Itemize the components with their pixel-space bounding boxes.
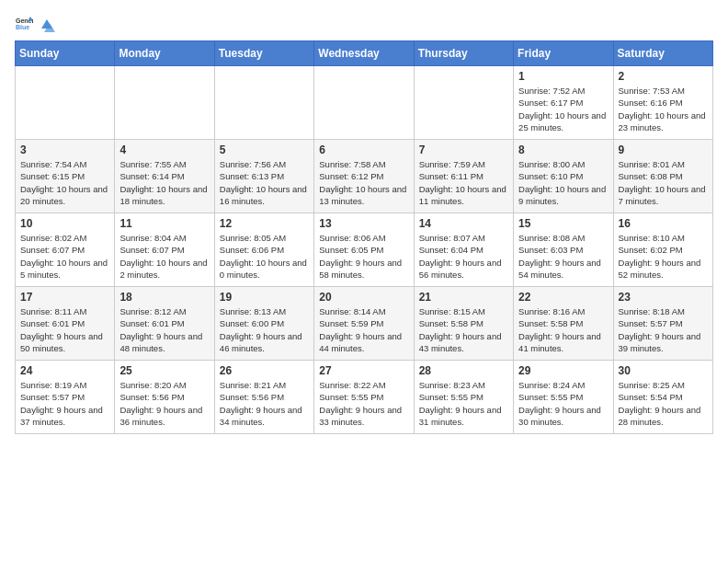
day-info: Sunrise: 8:22 AM Sunset: 5:55 PM Dayligh… <box>319 379 408 428</box>
day-info: Sunrise: 8:02 AM Sunset: 6:07 PM Dayligh… <box>20 232 109 281</box>
calendar-cell: 12Sunrise: 8:05 AM Sunset: 6:06 PM Dayli… <box>214 213 313 287</box>
calendar-cell: 6Sunrise: 7:58 AM Sunset: 6:12 PM Daylig… <box>314 140 414 213</box>
day-number: 13 <box>319 217 408 230</box>
calendar-cell: 19Sunrise: 8:13 AM Sunset: 6:00 PM Dayli… <box>214 287 313 361</box>
calendar-cell: 27Sunrise: 8:22 AM Sunset: 5:55 PM Dayli… <box>314 361 414 434</box>
calendar-header: SundayMondayTuesdayWednesdayThursdayFrid… <box>16 41 713 66</box>
day-info: Sunrise: 8:20 AM Sunset: 5:56 PM Dayligh… <box>119 379 209 428</box>
calendar-day-header: Friday <box>514 41 613 66</box>
day-info: Sunrise: 7:58 AM Sunset: 6:12 PM Dayligh… <box>319 158 408 207</box>
calendar-cell: 3Sunrise: 7:54 AM Sunset: 6:15 PM Daylig… <box>16 140 115 213</box>
day-number: 1 <box>518 70 608 83</box>
day-number: 16 <box>619 217 708 230</box>
calendar-cell: 4Sunrise: 7:55 AM Sunset: 6:14 PM Daylig… <box>115 140 214 213</box>
svg-text:Blue: Blue <box>16 24 29 30</box>
day-number: 26 <box>220 364 309 377</box>
day-number: 9 <box>619 144 708 156</box>
calendar-cell: 14Sunrise: 8:07 AM Sunset: 6:04 PM Dayli… <box>414 213 513 287</box>
calendar-cell <box>214 66 313 140</box>
day-number: 27 <box>319 364 408 377</box>
calendar-cell: 16Sunrise: 8:10 AM Sunset: 6:02 PM Dayli… <box>613 213 712 287</box>
day-number: 15 <box>518 217 608 230</box>
day-info: Sunrise: 8:08 AM Sunset: 6:03 PM Dayligh… <box>518 232 608 281</box>
day-number: 18 <box>119 291 209 304</box>
day-info: Sunrise: 8:13 AM Sunset: 6:00 PM Dayligh… <box>220 305 309 354</box>
calendar-week-row: 10Sunrise: 8:02 AM Sunset: 6:07 PM Dayli… <box>16 213 713 287</box>
calendar-cell <box>414 66 513 140</box>
day-number: 4 <box>119 144 209 156</box>
calendar-cell: 18Sunrise: 8:12 AM Sunset: 6:01 PM Dayli… <box>115 287 214 361</box>
day-info: Sunrise: 8:05 AM Sunset: 6:06 PM Dayligh… <box>220 232 309 281</box>
day-number: 20 <box>319 291 408 304</box>
day-info: Sunrise: 7:59 AM Sunset: 6:11 PM Dayligh… <box>419 158 508 207</box>
calendar-cell: 9Sunrise: 8:01 AM Sunset: 6:08 PM Daylig… <box>613 140 712 213</box>
day-number: 3 <box>20 144 109 156</box>
day-number: 25 <box>119 364 209 377</box>
calendar-day-header: Thursday <box>414 41 513 66</box>
calendar-week-row: 1Sunrise: 7:52 AM Sunset: 6:17 PM Daylig… <box>16 66 713 140</box>
calendar-week-row: 17Sunrise: 8:11 AM Sunset: 6:01 PM Dayli… <box>16 287 713 361</box>
day-number: 19 <box>220 291 309 304</box>
page-header: General Blue <box>15 15 713 33</box>
day-number: 22 <box>518 291 608 304</box>
calendar-cell: 15Sunrise: 8:08 AM Sunset: 6:03 PM Dayli… <box>514 213 613 287</box>
day-info: Sunrise: 8:10 AM Sunset: 6:02 PM Dayligh… <box>619 232 708 281</box>
day-info: Sunrise: 8:24 AM Sunset: 5:55 PM Dayligh… <box>518 379 608 428</box>
logo-triangle-icon <box>39 16 55 32</box>
day-info: Sunrise: 7:52 AM Sunset: 6:17 PM Dayligh… <box>518 85 608 133</box>
calendar-cell: 22Sunrise: 8:16 AM Sunset: 5:58 PM Dayli… <box>514 287 613 361</box>
day-number: 5 <box>220 144 309 156</box>
day-info: Sunrise: 8:19 AM Sunset: 5:57 PM Dayligh… <box>20 379 109 428</box>
calendar-cell: 17Sunrise: 8:11 AM Sunset: 6:01 PM Dayli… <box>16 287 115 361</box>
day-number: 29 <box>518 364 608 377</box>
calendar-cell: 28Sunrise: 8:23 AM Sunset: 5:55 PM Dayli… <box>414 361 513 434</box>
day-number: 8 <box>518 144 608 156</box>
day-info: Sunrise: 8:16 AM Sunset: 5:58 PM Dayligh… <box>518 305 608 354</box>
calendar-table: SundayMondayTuesdayWednesdayThursdayFrid… <box>15 40 713 434</box>
calendar-header-row: SundayMondayTuesdayWednesdayThursdayFrid… <box>16 41 713 66</box>
day-number: 23 <box>619 291 708 304</box>
calendar-cell: 23Sunrise: 8:18 AM Sunset: 5:57 PM Dayli… <box>613 287 712 361</box>
logo: General Blue <box>15 15 55 33</box>
day-number: 10 <box>20 217 109 230</box>
day-info: Sunrise: 7:55 AM Sunset: 6:14 PM Dayligh… <box>119 158 209 207</box>
calendar-cell: 26Sunrise: 8:21 AM Sunset: 5:56 PM Dayli… <box>214 361 313 434</box>
day-info: Sunrise: 8:25 AM Sunset: 5:54 PM Dayligh… <box>619 379 708 428</box>
calendar-week-row: 3Sunrise: 7:54 AM Sunset: 6:15 PM Daylig… <box>16 140 713 213</box>
day-info: Sunrise: 8:04 AM Sunset: 6:07 PM Dayligh… <box>119 232 209 281</box>
calendar-cell: 5Sunrise: 7:56 AM Sunset: 6:13 PM Daylig… <box>214 140 313 213</box>
calendar-cell: 30Sunrise: 8:25 AM Sunset: 5:54 PM Dayli… <box>613 361 712 434</box>
calendar-cell <box>115 66 214 140</box>
day-info: Sunrise: 8:06 AM Sunset: 6:05 PM Dayligh… <box>319 232 408 281</box>
day-info: Sunrise: 7:56 AM Sunset: 6:13 PM Dayligh… <box>220 158 309 207</box>
day-info: Sunrise: 8:12 AM Sunset: 6:01 PM Dayligh… <box>119 305 209 354</box>
calendar-cell: 25Sunrise: 8:20 AM Sunset: 5:56 PM Dayli… <box>115 361 214 434</box>
calendar-day-header: Monday <box>115 41 214 66</box>
calendar-cell <box>16 66 115 140</box>
day-info: Sunrise: 8:11 AM Sunset: 6:01 PM Dayligh… <box>20 305 109 354</box>
calendar-cell: 10Sunrise: 8:02 AM Sunset: 6:07 PM Dayli… <box>16 213 115 287</box>
calendar-body: 1Sunrise: 7:52 AM Sunset: 6:17 PM Daylig… <box>16 66 713 434</box>
calendar-cell: 21Sunrise: 8:15 AM Sunset: 5:58 PM Dayli… <box>414 287 513 361</box>
calendar-cell: 29Sunrise: 8:24 AM Sunset: 5:55 PM Dayli… <box>514 361 613 434</box>
calendar-day-header: Sunday <box>16 41 115 66</box>
day-info: Sunrise: 8:23 AM Sunset: 5:55 PM Dayligh… <box>419 379 508 428</box>
calendar-cell: 7Sunrise: 7:59 AM Sunset: 6:11 PM Daylig… <box>414 140 513 213</box>
logo-icon: General Blue <box>15 15 33 33</box>
calendar-cell: 20Sunrise: 8:14 AM Sunset: 5:59 PM Dayli… <box>314 287 414 361</box>
calendar-cell: 8Sunrise: 8:00 AM Sunset: 6:10 PM Daylig… <box>514 140 613 213</box>
calendar-cell <box>314 66 414 140</box>
day-number: 14 <box>419 217 508 230</box>
day-info: Sunrise: 7:54 AM Sunset: 6:15 PM Dayligh… <box>20 158 109 207</box>
day-info: Sunrise: 8:14 AM Sunset: 5:59 PM Dayligh… <box>319 305 408 354</box>
day-number: 2 <box>619 70 708 83</box>
day-number: 30 <box>619 364 708 377</box>
day-info: Sunrise: 8:18 AM Sunset: 5:57 PM Dayligh… <box>619 305 708 354</box>
day-info: Sunrise: 8:00 AM Sunset: 6:10 PM Dayligh… <box>518 158 608 207</box>
day-info: Sunrise: 8:07 AM Sunset: 6:04 PM Dayligh… <box>419 232 508 281</box>
day-number: 17 <box>20 291 109 304</box>
day-info: Sunrise: 7:53 AM Sunset: 6:16 PM Dayligh… <box>619 85 708 133</box>
day-number: 28 <box>419 364 508 377</box>
calendar-day-header: Wednesday <box>314 41 414 66</box>
day-number: 6 <box>319 144 408 156</box>
